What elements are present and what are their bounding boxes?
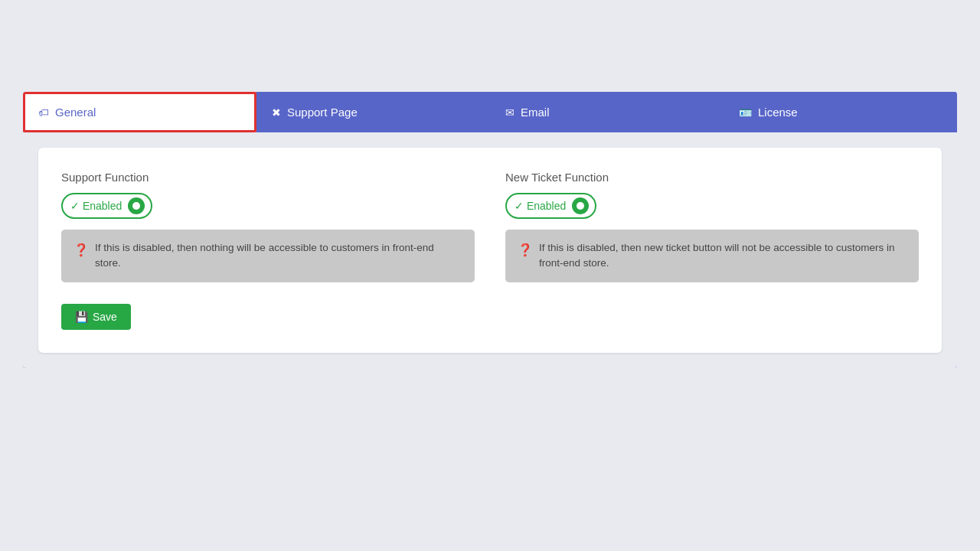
tab-license-label: License xyxy=(758,106,798,119)
info-icon-2: ❓ xyxy=(518,241,533,259)
tab-license[interactable]: 🪪 License xyxy=(724,92,957,132)
email-icon: ✉ xyxy=(505,106,514,119)
tab-general[interactable]: 🏷 General xyxy=(23,92,256,132)
new-ticket-function-toggle-dot xyxy=(577,202,584,210)
new-ticket-function-toggle-circle xyxy=(572,197,589,214)
support-function-toggle-dot xyxy=(132,202,140,210)
main-container: 🏷 General ✖ Support Page ✉ Email 🪪 Licen… xyxy=(23,92,957,368)
new-ticket-function-info: ❓ If this is disabled, then new ticket b… xyxy=(505,230,919,282)
tab-support-page-label: Support Page xyxy=(287,106,358,119)
support-function-info-text: If this is disabled, then nothing will b… xyxy=(95,240,462,272)
circle-x-icon: ✖ xyxy=(272,106,281,119)
functions-row: Support Function ✓ Enabled ❓ If this is … xyxy=(61,171,919,282)
new-ticket-function-title: New Ticket Function xyxy=(505,171,919,184)
support-function-toggle-label: ✓ Enabled xyxy=(70,200,122,212)
content-area: Support Function ✓ Enabled ❓ If this is … xyxy=(23,132,957,368)
support-function-toggle-circle xyxy=(128,197,145,214)
tag-icon: 🏷 xyxy=(38,106,49,119)
tab-support-page[interactable]: ✖ Support Page xyxy=(256,92,490,132)
tab-email[interactable]: ✉ Email xyxy=(490,92,724,132)
license-icon: 🪪 xyxy=(739,106,752,119)
support-function-toggle[interactable]: ✓ Enabled xyxy=(61,193,152,219)
new-ticket-function-block: New Ticket Function ✓ Enabled ❓ If this … xyxy=(505,171,919,282)
save-section: 💾 Save xyxy=(61,304,919,330)
save-button-label: Save xyxy=(93,311,117,323)
info-icon: ❓ xyxy=(74,241,89,259)
tab-general-label: General xyxy=(55,106,96,119)
tab-email-label: Email xyxy=(521,106,550,119)
save-icon: 💾 xyxy=(75,311,88,323)
new-ticket-function-toggle-label: ✓ Enabled xyxy=(514,200,566,212)
tab-bar: 🏷 General ✖ Support Page ✉ Email 🪪 Licen… xyxy=(23,92,957,132)
settings-card: Support Function ✓ Enabled ❓ If this is … xyxy=(38,148,942,353)
save-button[interactable]: 💾 Save xyxy=(61,304,131,330)
new-ticket-function-toggle[interactable]: ✓ Enabled xyxy=(505,193,596,219)
support-function-info: ❓ If this is disabled, then nothing will… xyxy=(61,230,475,282)
support-function-title: Support Function xyxy=(61,171,475,184)
support-function-block: Support Function ✓ Enabled ❓ If this is … xyxy=(61,171,475,282)
new-ticket-function-info-text: If this is disabled, then new ticket but… xyxy=(539,240,906,272)
